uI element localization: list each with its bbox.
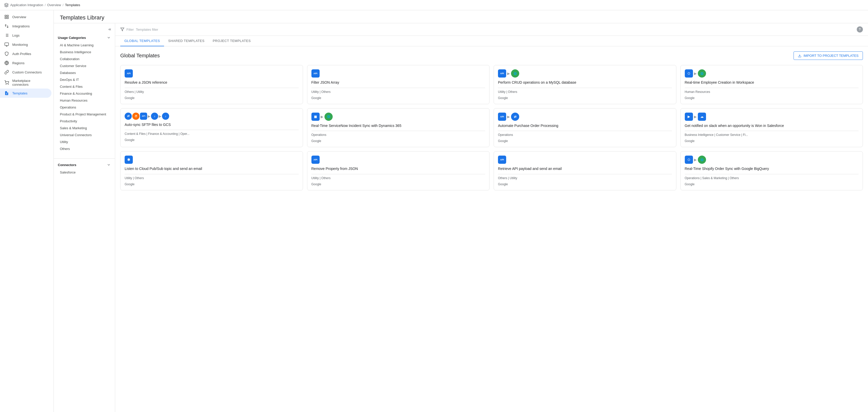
filter-sales-marketing[interactable]: Sales & Marketing xyxy=(56,125,113,131)
nav-item-auth-profiles[interactable]: Auth Profiles xyxy=(0,49,52,58)
help-button[interactable]: ? xyxy=(857,26,863,32)
filter-universal[interactable]: Universal Connectors xyxy=(56,131,113,138)
sidebar-collapse-btn[interactable] xyxy=(54,25,115,34)
card-meta-10: Utility | Others xyxy=(311,174,486,180)
nav-label-monitoring: Monitoring xyxy=(12,43,28,46)
card-title-1: Resolve a JSON reference xyxy=(125,80,299,85)
nav-label-marketplace: Marketplace connectors xyxy=(12,79,47,87)
nav-item-logs[interactable]: Logs xyxy=(0,31,52,40)
filter-collab[interactable]: Collaboration xyxy=(56,56,113,62)
card-icons-6: ▦ ▶ 🌐 xyxy=(311,113,486,121)
template-card-3[interactable]: API ▶ 🌐 Perform CRUD operations on a MyS… xyxy=(494,65,676,104)
nav-label-templates: Templates xyxy=(12,91,27,95)
filter-utility[interactable]: Utility xyxy=(56,138,113,145)
nav-item-marketplace[interactable]: Marketplace connectors xyxy=(0,77,52,89)
tab-global[interactable]: GLOBAL TEMPLATES xyxy=(120,36,164,46)
arrow-5: ▶ xyxy=(148,114,151,118)
nav-label-logs: Logs xyxy=(12,34,20,37)
chevron-down-icon xyxy=(107,36,111,40)
tabs-bar: GLOBAL TEMPLATES SHARED TEMPLATES PROJEC… xyxy=(115,36,868,46)
card-title-2: Filter JSON Array xyxy=(311,80,486,85)
usage-categories-header[interactable]: Usage Categories xyxy=(56,34,113,42)
filter-salesforce[interactable]: Salesforce xyxy=(56,169,113,176)
api-icon-10: API xyxy=(311,156,320,164)
clock-icon-5: ⏱ xyxy=(132,113,140,120)
arrow2-5: ▶ xyxy=(159,114,161,118)
filter-finance[interactable]: Finance & Accounting xyxy=(56,90,113,97)
nav-item-integrations[interactable]: Integrations xyxy=(0,22,52,31)
api-icon-11: API xyxy=(498,156,506,164)
tab-shared[interactable]: SHARED TEMPLATES xyxy=(164,36,209,46)
connectors-header[interactable]: Connectors xyxy=(56,161,113,169)
api-icon-2: API xyxy=(311,69,320,77)
card-title-8: Get notified on slack when an opportunit… xyxy=(685,123,859,128)
template-card-11[interactable]: API Retrieve API payload and send an ema… xyxy=(494,151,676,190)
breadcrumb-app[interactable]: Application Integration xyxy=(10,3,43,7)
filter-operations[interactable]: Operations xyxy=(56,104,113,111)
nav-item-regions[interactable]: Regions xyxy=(0,58,52,68)
card-meta-3: Utility | Others xyxy=(498,88,672,94)
api-icon-3: API xyxy=(498,69,506,77)
card-provider-12: Google xyxy=(685,183,859,186)
filter-others[interactable]: Others xyxy=(56,145,113,152)
card-meta-9: Utility | Others xyxy=(125,174,299,180)
nav-item-custom-connectors[interactable]: Custom Connectors xyxy=(0,68,52,77)
templates-header: Global Templates IMPORT TO PROJECT TEMPL… xyxy=(120,52,863,60)
card-meta-2: Utility | Others xyxy=(311,88,486,94)
template-card-2[interactable]: API Filter JSON Array Utility | Others G… xyxy=(307,65,490,104)
card-title-10: Remove Property from JSON xyxy=(311,166,486,171)
template-card-9[interactable]: ✱ Listen to Cloud Pub/Sub topic and send… xyxy=(120,151,303,190)
overview-icon xyxy=(4,14,9,20)
card-icons-11: API xyxy=(498,156,672,164)
template-card-1[interactable]: API Resolve a JSON reference Others | Ut… xyxy=(120,65,303,104)
templates-title: Global Templates xyxy=(120,53,160,59)
filter-databases[interactable]: Databases xyxy=(56,69,113,76)
app-icon xyxy=(4,3,9,7)
card-meta-8: Business Intelligence | Customer Service… xyxy=(685,131,859,137)
card-title-4: Real-time Employee Creation in Workspace xyxy=(685,80,859,85)
template-card-12[interactable]: ⬡ ▶ 🌐 Real-Time Shopify Order Sync with … xyxy=(680,151,863,190)
filter-sidebar: Usage Categories AI & Machine Learning B… xyxy=(54,23,115,412)
card-provider-2: Google xyxy=(311,96,486,100)
template-card-4[interactable]: ⬡ ▶ 🌐 Real-time Employee Creation in Wor… xyxy=(680,65,863,104)
card-provider-7: Google xyxy=(498,139,672,143)
pubsub-icon-9: ✱ xyxy=(125,156,133,164)
filter-product-project[interactable]: Product & Project Management xyxy=(56,111,113,118)
arrow-icon-3: ▶ xyxy=(507,71,510,75)
card-icons-8: ▶ ▶ ☁ xyxy=(685,113,859,121)
nav-label-overview: Overview xyxy=(12,15,26,19)
card-icons-10: API xyxy=(311,156,486,164)
template-card-7[interactable]: API ▶ ⇄ Automate Purchase Order Processi… xyxy=(494,108,676,148)
card-title-12: Real-Time Shopify Order Sync with Google… xyxy=(685,166,859,171)
filter-customer-service[interactable]: Customer Service xyxy=(56,62,113,69)
usage-categories-label: Usage Categories xyxy=(58,36,86,40)
template-card-6[interactable]: ▦ ▶ 🌐 Real-Time ServiceNow Incident Sync… xyxy=(307,108,490,148)
card-title-11: Retrieve API payload and send an email xyxy=(498,166,672,171)
nav-item-overview[interactable]: Overview xyxy=(0,12,52,22)
card-meta-12: Operations | Sales & Marketing | Others xyxy=(685,174,859,180)
content-area: Templates Library Usage Categories xyxy=(54,10,868,412)
filter-ai-ml[interactable]: AI & Machine Learning xyxy=(56,42,113,49)
filter-productivity[interactable]: Productivity xyxy=(56,118,113,125)
main-layout: Overview Integrations Logs xyxy=(0,10,868,412)
filter-content-files[interactable]: Content & Files xyxy=(56,83,113,90)
template-card-10[interactable]: API Remove Property from JSON Utility | … xyxy=(307,151,490,190)
breadcrumb-overview[interactable]: Overview xyxy=(47,3,61,7)
filter-hr[interactable]: Human Resources xyxy=(56,97,113,104)
screen-icon-6: ▦ xyxy=(311,113,320,121)
nav-item-monitoring[interactable]: Monitoring xyxy=(0,40,52,49)
nav-item-templates[interactable]: Templates xyxy=(0,89,52,98)
svg-rect-1 xyxy=(7,15,8,17)
template-card-8[interactable]: ▶ ▶ ☁ Get notified on slack when an oppo… xyxy=(680,108,863,148)
filter-bi[interactable]: Business Intelligence xyxy=(56,49,113,56)
import-to-project-button[interactable]: IMPORT TO PROJECT TEMPLATES xyxy=(794,52,863,60)
breadcrumb-bar: Application Integration / Overview / Tem… xyxy=(0,0,868,10)
filter-devops[interactable]: DevOps & IT xyxy=(56,76,113,83)
card-icons-5: ⇄ ⏱ API ▶ ♪ ▶ ♪ xyxy=(125,113,299,120)
integrations-icon xyxy=(4,24,9,29)
template-card-5[interactable]: ⇄ ⏱ API ▶ ♪ ▶ ♪ Auto-sync SFTP files to … xyxy=(120,108,303,148)
svg-rect-0 xyxy=(5,15,6,17)
tab-project[interactable]: PROJECT TEMPLATES xyxy=(209,36,255,46)
templates-icon xyxy=(4,91,9,96)
music2-icon-5: ♪ xyxy=(162,113,169,120)
